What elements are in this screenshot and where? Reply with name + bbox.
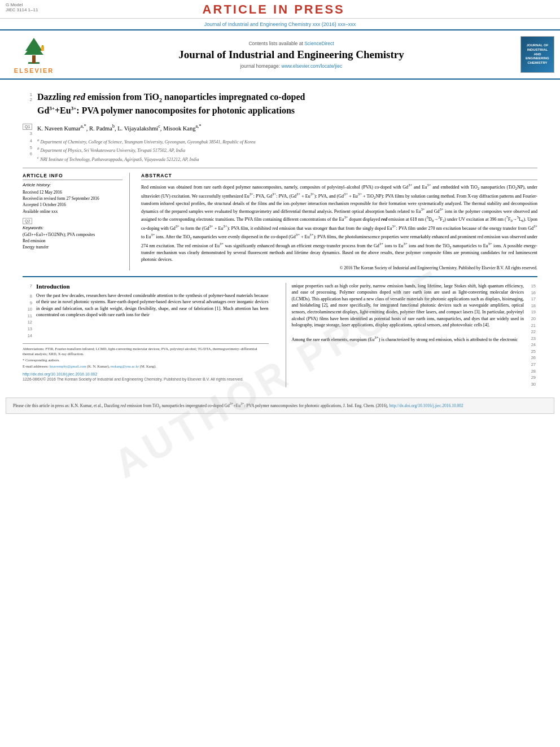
page-wrapper: G Model JIEC 3114 1–11 ARTICLE IN PRESS … <box>0 0 560 414</box>
article-info-column: ARTICLE INFO Article history: Received 1… <box>23 173 130 270</box>
doi-link[interactable]: http://dx.doi.org/10.1016/j.jiec.2016.10… <box>23 372 269 376</box>
main-content: 1 2 Dazzling red emission from TiO2 nano… <box>0 80 560 393</box>
elsevier-wordmark: ELSEVIER <box>14 67 54 74</box>
intro-left-column: 7 Introduction 8 9 10 11 12 13 14 <box>23 283 274 388</box>
elsevier-tree-svg <box>14 35 54 66</box>
header-box: ELSEVIER Contents lists available at Sci… <box>0 29 560 80</box>
affiliation-c: c NRI Institute of Technology, Pathavara… <box>37 155 256 162</box>
article-title: Dazzling red emission from TiO2 nanopart… <box>37 91 305 117</box>
introduction-section: 7 Introduction 8 9 10 11 12 13 14 <box>23 283 537 388</box>
section-divider <box>23 276 537 277</box>
gmodel-text: G Model JIEC 3114 1–11 <box>6 2 38 12</box>
journal-link-line: Journal of Industrial and Engineering Ch… <box>0 19 560 29</box>
abbreviations-footnote: Abbreviations: FTIR, Fourier-transform i… <box>23 346 269 356</box>
q2-badge: Q2 <box>23 218 32 224</box>
footnote-area: Abbreviations: FTIR, Fourier-transform i… <box>23 343 269 369</box>
intro-para1: Over the past few decades, researchers h… <box>36 292 269 339</box>
article-info-abstract-section: ARTICLE INFO Article history: Received 1… <box>23 173 537 270</box>
sciencedirect-link[interactable]: ScienceDirect <box>304 41 334 46</box>
keywords-label: Keywords: <box>23 225 123 230</box>
q1-badge: Q1 <box>23 124 32 130</box>
email1-link[interactable]: knaveenphy@gmail.com <box>50 364 86 368</box>
intro-right-column: unique properties such as high color pur… <box>286 283 538 388</box>
cite-box: Please cite this article in press as: K.… <box>6 397 554 414</box>
journal-side-logo: JOURNAL OFINDUSTRIALANDENGINEERINGCHEMIS… <box>520 36 554 73</box>
affiliation-b: b Department of Physics, Sri Venkateswar… <box>37 146 256 153</box>
abstract-text: Red emission was obtained from rare eart… <box>141 182 537 263</box>
journal-main-title: Journal of Industrial and Engineering Ch… <box>68 49 515 61</box>
copyright-bottom: 1226-086X/© 2016 The Korean Society of I… <box>23 377 269 381</box>
email-footnote: E-mail addresses: knaveenphy@gmail.com (… <box>23 364 269 369</box>
svg-rect-4 <box>41 46 44 51</box>
article-info-header: ARTICLE INFO <box>23 173 123 180</box>
cite-doi-link[interactable]: http://dx.doi.org/10.1016/j.jiec.2016.10… <box>390 403 463 408</box>
article-history-label: Article history: <box>23 182 123 187</box>
svg-rect-1 <box>32 55 36 63</box>
abstract-header: ABSTRACT <box>141 173 537 180</box>
elsevier-logo: ELSEVIER <box>6 35 62 74</box>
contents-available: Contents lists available at ScienceDirec… <box>68 41 515 46</box>
journal-link[interactable]: Journal of Industrial and Engineering Ch… <box>204 21 356 27</box>
abstract-copyright: © 2016 The Korean Society of Industrial … <box>141 265 537 270</box>
article-history-dates: Received 12 May 2016 Received in revised… <box>23 189 123 215</box>
article-in-press-banner: ARTICLE IN PRESS <box>38 2 509 17</box>
email2-link[interactable]: mskang@ynu.ac.kr <box>111 364 139 368</box>
top-banner: G Model JIEC 3114 1–11 ARTICLE IN PRESS <box>0 0 560 19</box>
authors-line: K. Naveen Kumara,*, R. Padmab, L. Vijaya… <box>37 123 202 132</box>
affiliation-a: a Department of Chemistry, College of Sc… <box>37 138 256 145</box>
svg-rect-5 <box>42 45 43 47</box>
introduction-heading: Introduction <box>36 283 70 290</box>
corresponding-footnote: * Corresponding authors. <box>23 357 269 362</box>
journal-title-center: Contents lists available at ScienceDirec… <box>68 41 515 69</box>
keywords-text: (Gd3++Eu3++TiO2NPs); PVA composites Red … <box>23 231 123 251</box>
journal-homepage-link[interactable]: www.elsevier.com/locate/jiec <box>282 63 343 69</box>
journal-homepage-line: journal homepage: www.elsevier.com/locat… <box>68 63 515 69</box>
article-title-section: 1 2 Dazzling red emission from TiO2 nano… <box>23 85 537 168</box>
intro-right-para1: unique properties such as high color pur… <box>292 283 524 388</box>
abstract-column: ABSTRACT Red emission was obtained from … <box>141 173 537 270</box>
